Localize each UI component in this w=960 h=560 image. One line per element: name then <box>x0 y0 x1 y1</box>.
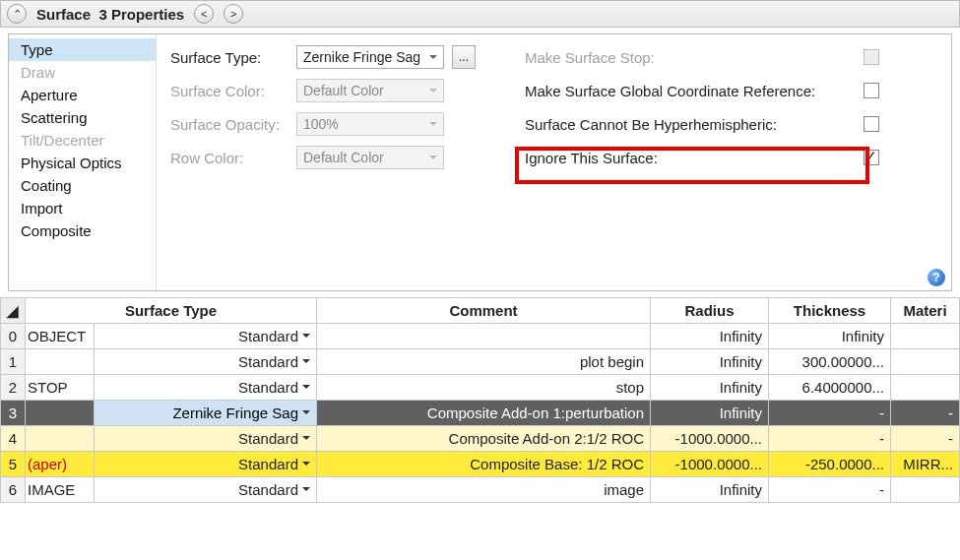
chevron-down-icon[interactable] <box>302 385 310 393</box>
row-number[interactable]: 0 <box>1 324 26 349</box>
chevron-down-icon[interactable] <box>302 359 310 367</box>
cell-thickness[interactable]: -250.0000... <box>769 452 891 477</box>
cell-material[interactable]: MIRR... <box>891 452 960 477</box>
table-row[interactable]: 1 Standard plot begin Infinity 300.00000… <box>1 349 960 375</box>
cell-radius[interactable]: Infinity <box>651 477 769 503</box>
nav-draw: Draw <box>9 61 156 84</box>
table-row[interactable]: 3 Zernike Fringe Sag Composite Add-on 1:… <box>1 401 960 426</box>
cell-material[interactable]: - <box>891 426 960 452</box>
row-number[interactable]: 3 <box>1 401 26 426</box>
chevron-down-icon[interactable] <box>302 410 310 418</box>
nav-type[interactable]: Type <box>9 38 156 61</box>
prev-button[interactable]: < <box>194 4 214 24</box>
nav-aperture[interactable]: Aperture <box>9 84 156 106</box>
cell-comment[interactable]: plot begin <box>317 349 651 375</box>
table-corner[interactable]: ◢ <box>1 298 26 324</box>
row-number[interactable]: 1 <box>1 349 26 375</box>
cell-radius[interactable]: -1000.0000... <box>651 426 769 452</box>
cell-surface-type[interactable]: Standard <box>95 349 317 375</box>
cell-material[interactable] <box>891 324 960 349</box>
chevron-down-icon[interactable] <box>302 334 310 342</box>
table-row[interactable]: 0 OBJECT Standard Infinity Infinity <box>1 324 960 349</box>
col-surface-type[interactable]: Surface Type <box>26 298 317 324</box>
surface-type-select[interactable]: Zernike Fringe Sag <box>296 45 444 69</box>
row-color-label: Row Color: <box>170 150 288 166</box>
cell-object[interactable]: STOP <box>26 375 95 401</box>
cell-thickness[interactable]: - <box>769 401 891 426</box>
header-title: Surface 3 Properties <box>36 6 184 23</box>
cell-thickness[interactable]: - <box>769 426 891 452</box>
cell-comment[interactable]: Composite Add-on 2:1/2 ROC <box>317 426 651 452</box>
cell-thickness[interactable]: 6.4000000... <box>769 375 891 401</box>
cell-radius[interactable]: Infinity <box>651 349 769 375</box>
cell-radius[interactable]: Infinity <box>651 401 769 426</box>
cell-object[interactable]: OBJECT <box>26 324 95 349</box>
ignore-surface-checkbox[interactable] <box>864 150 879 165</box>
properties-nav: Type Draw Aperture Scattering Tilt/Decen… <box>9 34 157 290</box>
row-color-select: Default Color <box>296 146 444 169</box>
row-number[interactable]: 6 <box>1 477 26 503</box>
collapse-icon[interactable]: ⌃ <box>7 4 27 24</box>
table-row[interactable]: 5 (aper) Standard Composite Base: 1/2 RO… <box>1 452 960 477</box>
cell-object[interactable]: (aper) <box>26 452 95 477</box>
cell-radius[interactable]: Infinity <box>651 375 769 401</box>
chevron-down-icon[interactable] <box>302 462 310 469</box>
cell-surface-type[interactable]: Standard <box>95 375 317 401</box>
cell-comment[interactable] <box>317 324 651 349</box>
cell-surface-type[interactable]: Standard <box>95 324 317 349</box>
nav-composite[interactable]: Composite <box>9 219 156 242</box>
cell-surface-type[interactable]: Zernike Fringe Sag <box>95 401 317 426</box>
row-number[interactable]: 2 <box>1 375 26 401</box>
surface-type-label: Surface Type: <box>170 49 288 66</box>
cell-radius[interactable]: -1000.0000... <box>651 452 769 477</box>
cell-radius[interactable]: Infinity <box>651 324 769 349</box>
col-comment[interactable]: Comment <box>317 298 651 324</box>
surface-opacity-select: 100% <box>296 112 444 136</box>
cell-thickness[interactable]: Infinity <box>769 324 891 349</box>
make-stop-label: Make Surface Stop: <box>525 49 655 66</box>
nav-import[interactable]: Import <box>9 197 156 219</box>
surface-type-more-button[interactable]: ... <box>452 45 476 69</box>
cell-comment[interactable]: stop <box>317 375 651 401</box>
chevron-down-icon[interactable] <box>302 436 310 444</box>
col-material[interactable]: Materi <box>891 298 960 324</box>
hyper-checkbox[interactable] <box>864 116 879 132</box>
make-global-checkbox[interactable] <box>864 83 879 98</box>
nav-coating[interactable]: Coating <box>9 174 156 197</box>
help-icon[interactable]: ? <box>928 269 945 286</box>
cell-object[interactable]: IMAGE <box>26 477 95 503</box>
cell-comment[interactable]: Composite Add-on 1:perturbation <box>317 401 651 426</box>
col-thickness[interactable]: Thickness <box>769 298 891 324</box>
make-global-label: Make Surface Global Coordinate Reference… <box>525 83 815 99</box>
table-row[interactable]: 4 Standard Composite Add-on 2:1/2 ROC -1… <box>1 426 960 452</box>
nav-physical-optics[interactable]: Physical Optics <box>9 152 156 174</box>
cell-surface-type[interactable]: Standard <box>95 452 317 477</box>
cell-thickness[interactable]: - <box>769 477 891 503</box>
table-row[interactable]: 2 STOP Standard stop Infinity 6.4000000.… <box>1 375 960 401</box>
ignore-surface-label: Ignore This Surface: <box>525 150 658 166</box>
chevron-down-icon[interactable] <box>302 487 310 495</box>
nav-tilt-decenter: Tilt/Decenter <box>9 129 156 152</box>
cell-material[interactable] <box>891 477 960 503</box>
row-number[interactable]: 4 <box>1 426 26 452</box>
cell-material[interactable] <box>891 349 960 375</box>
cell-comment[interactable]: Composite Base: 1/2 ROC <box>317 452 651 477</box>
cell-material[interactable] <box>891 375 960 401</box>
cell-material[interactable]: - <box>891 401 960 426</box>
cell-thickness[interactable]: 300.00000... <box>769 349 891 375</box>
cell-object[interactable] <box>26 426 95 452</box>
cell-surface-type[interactable]: Standard <box>95 426 317 452</box>
surface-color-select: Default Color <box>296 79 444 102</box>
cell-object[interactable] <box>26 349 95 375</box>
cell-comment[interactable]: image <box>317 477 651 503</box>
properties-form: Surface Type: Zernike Fringe Sag ... Sur… <box>157 34 951 290</box>
row-number[interactable]: 5 <box>1 452 26 477</box>
nav-scattering[interactable]: Scattering <box>9 106 156 129</box>
col-radius[interactable]: Radius <box>651 298 769 324</box>
cell-object[interactable] <box>26 401 95 426</box>
next-button[interactable]: > <box>224 4 243 24</box>
cell-surface-type[interactable]: Standard <box>95 477 317 503</box>
table-row[interactable]: 6 IMAGE Standard image Infinity - <box>1 477 960 503</box>
properties-panel: Type Draw Aperture Scattering Tilt/Decen… <box>8 33 952 291</box>
surface-table: ◢ Surface Type Comment Radius Thickness … <box>0 297 960 503</box>
